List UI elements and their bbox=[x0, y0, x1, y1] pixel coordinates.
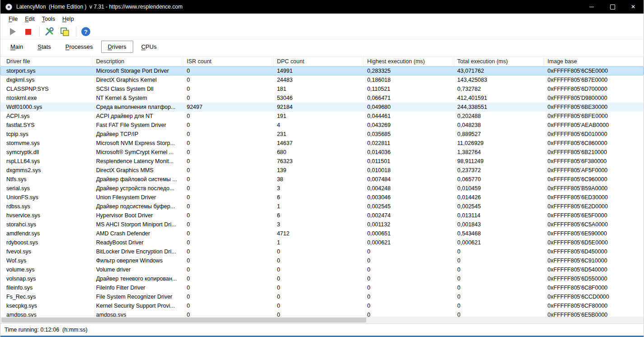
table-cell: 0 bbox=[183, 292, 274, 301]
table-row[interactable]: Ntfs.sysДрайвер файловой системы ...0380… bbox=[0, 175, 644, 184]
table-cell: 0 bbox=[454, 301, 545, 310]
table-row[interactable]: CLASSPNP.SYSSCSI Class System Dll01810,1… bbox=[0, 84, 644, 94]
table-row[interactable]: storport.sysMicrosoft Storage Port Drive… bbox=[0, 66, 644, 75]
maximize-button[interactable] bbox=[602, 0, 623, 14]
table-cell: MS AHCI Storport Miniport Dri... bbox=[93, 220, 184, 229]
table-row[interactable]: ntoskrnl.exeNT Kernel & System0530460,06… bbox=[0, 94, 644, 103]
column-header[interactable]: ISR count bbox=[183, 57, 274, 66]
table-row[interactable]: symcryptk.dllMicrosoft® SymCrypt Kernel … bbox=[0, 148, 644, 157]
column-header[interactable]: DPC count bbox=[274, 57, 364, 66]
minimize-button[interactable] bbox=[581, 0, 602, 14]
table-row[interactable]: rdyboost.sysReadyBoost Driver010,0006210… bbox=[0, 238, 644, 247]
table-row[interactable]: Wdf01000.sysСреда выполнения платфор...9… bbox=[0, 103, 644, 112]
table-row[interactable]: Fs_Rec.sysFile System Recognizer Driver0… bbox=[0, 292, 644, 301]
table-row[interactable]: tcpip.sysДрайвер TCP/IP02310,0356850,889… bbox=[0, 130, 644, 139]
horizontal-scrollbar[interactable] bbox=[0, 317, 644, 323]
table-row[interactable]: amdfendr.sysAMD Crash Defender047120,000… bbox=[0, 229, 644, 238]
table-cell: 0,035685 bbox=[364, 130, 454, 139]
table-cell: storahci.sys bbox=[0, 220, 93, 229]
table-cell: Fs_Rec.sys bbox=[0, 292, 93, 301]
table-row[interactable]: dxgkrnl.sysDirectX Graphics Kernel024483… bbox=[0, 75, 644, 84]
table-cell: symcryptk.dll bbox=[0, 148, 93, 157]
table-cell: 0 bbox=[183, 121, 274, 130]
maximize-icon bbox=[610, 5, 615, 9]
table-cell: 0 bbox=[183, 112, 274, 121]
table-cell: 0 bbox=[364, 283, 454, 292]
table-cell: 0xFFFFF805'6C960000 bbox=[544, 175, 644, 184]
table-cell: 0,014036 bbox=[364, 148, 454, 157]
table-cell: 0xFFFFF805'6CCD0000 bbox=[544, 292, 644, 301]
table-row[interactable]: serial.sysДрайвер устройств последо...03… bbox=[0, 184, 644, 193]
table-cell: 0xFFFFF805'6BFE0000 bbox=[544, 112, 644, 121]
tools-button[interactable] bbox=[42, 26, 56, 37]
table-row[interactable]: hvservice.sysHypervisor Boot Driver060,0… bbox=[0, 211, 644, 220]
table-row[interactable]: Wof.sysФильтр оверлея Windows00000xFFFFF… bbox=[0, 256, 644, 265]
table-row[interactable]: dxgmms2.sysDirectX Graphics MMS01390,010… bbox=[0, 166, 644, 175]
table-cell: serial.sys bbox=[0, 184, 93, 193]
stop-monitor-button[interactable] bbox=[21, 26, 35, 37]
menu-tools[interactable]: Tools bbox=[38, 14, 59, 23]
table-row[interactable]: volume.sysVolume driver00000xFFFFF805'6D… bbox=[0, 265, 644, 274]
table-cell: 0 bbox=[183, 193, 274, 202]
table-cell: rdyboost.sys bbox=[0, 238, 93, 247]
table-row[interactable]: fvevol.sysBitLocker Drive Encryption Dri… bbox=[0, 247, 644, 256]
table-cell: 0 bbox=[274, 274, 364, 283]
help-button[interactable]: ? bbox=[79, 26, 93, 37]
table-cell: 0,110521 bbox=[364, 84, 454, 94]
close-button[interactable]: ✕ bbox=[623, 0, 644, 14]
menu-edit[interactable]: Edit bbox=[21, 14, 38, 23]
column-header[interactable]: Description bbox=[93, 57, 184, 66]
scrollbar-thumb[interactable] bbox=[1, 318, 366, 323]
table-cell: 0 bbox=[364, 274, 454, 283]
table-cell: 0 bbox=[364, 310, 454, 317]
table-cell: 0 bbox=[183, 301, 274, 310]
start-monitor-button[interactable] bbox=[6, 26, 19, 37]
table-row[interactable]: rdbss.sysДрайвер подсистемы буфер...010,… bbox=[0, 202, 644, 211]
table-cell: stornvme.sys bbox=[0, 139, 93, 148]
table-cell: Среда выполнения платфор... bbox=[93, 103, 184, 112]
table-cell: 14991 bbox=[274, 66, 364, 75]
table-cell: volume.sys bbox=[0, 265, 93, 274]
table-cell: 0,010018 bbox=[364, 166, 454, 175]
table-cell: 0 bbox=[183, 220, 274, 229]
table-row[interactable]: storahci.sysMS AHCI Storport Miniport Dr… bbox=[0, 220, 644, 229]
wrench-icon bbox=[44, 27, 54, 37]
table-cell: storport.sys bbox=[0, 66, 93, 75]
table-cell: 0xFFFFF805'6C8F0000 bbox=[544, 283, 644, 292]
copy-report-button[interactable] bbox=[58, 26, 71, 37]
table-cell: 0 bbox=[364, 265, 454, 274]
menu-help[interactable]: Help bbox=[59, 14, 78, 23]
table-cell: 0xFFFFF805'6ED30000 bbox=[544, 193, 644, 202]
table-row[interactable]: amdpsp.sysamdpsp.sys00000xFFFFF805'6E5B0… bbox=[0, 310, 644, 317]
table-cell: 6 bbox=[274, 193, 364, 202]
table-row[interactable]: rspLLL64.sysResplendence Latency Monit..… bbox=[0, 157, 644, 166]
table-cell: Microsoft® SymCrypt Kernel ... bbox=[93, 148, 184, 157]
table-row[interactable]: fileinfo.sysFileInfo Filter Driver00000x… bbox=[0, 283, 644, 292]
play-icon bbox=[10, 28, 16, 35]
table-row[interactable]: fastfat.SYSFast FAT File System Driver04… bbox=[0, 121, 644, 130]
table-cell: Volume driver bbox=[93, 265, 184, 274]
table-cell: 0 bbox=[454, 256, 545, 265]
table-row[interactable]: ksecpkg.sysKernel Security Support Provi… bbox=[0, 301, 644, 310]
column-header[interactable]: Image base bbox=[544, 57, 644, 66]
table-cell: 0xFFFFF805'B59A0000 bbox=[544, 184, 644, 193]
table-row[interactable]: volsnap.sysДрайвер теневого копирован...… bbox=[0, 274, 644, 283]
tab-processes[interactable]: Processes bbox=[59, 41, 99, 52]
table-cell: amdfendr.sys bbox=[0, 229, 93, 238]
table-cell: 0,007484 bbox=[364, 175, 454, 184]
table-cell: 412,401591 bbox=[454, 94, 545, 103]
table-cell: ReadyBoost Driver bbox=[93, 238, 184, 247]
tab-main[interactable]: Main bbox=[4, 41, 29, 52]
table-cell: 0 bbox=[183, 211, 274, 220]
column-header[interactable]: Driver file bbox=[0, 57, 93, 66]
table-cell: Microsoft NVM Express Storp... bbox=[93, 139, 184, 148]
tab-stats[interactable]: Stats bbox=[31, 41, 57, 52]
menu-file[interactable]: File bbox=[5, 14, 21, 23]
table-row[interactable]: stornvme.sysMicrosoft NVM Express Storp.… bbox=[0, 139, 644, 148]
tab-cpus[interactable]: CPUs bbox=[135, 41, 163, 52]
column-header[interactable]: Highest execution (ms) bbox=[364, 57, 454, 66]
table-row[interactable]: UnionFS.sysUnion Filesystem Driver060,00… bbox=[0, 193, 644, 202]
table-row[interactable]: ACPI.sysACPI драйвер для NT01910,0444610… bbox=[0, 112, 644, 121]
column-header[interactable]: Total execution (ms) bbox=[454, 57, 545, 66]
tab-drivers[interactable]: Drivers bbox=[101, 41, 133, 53]
